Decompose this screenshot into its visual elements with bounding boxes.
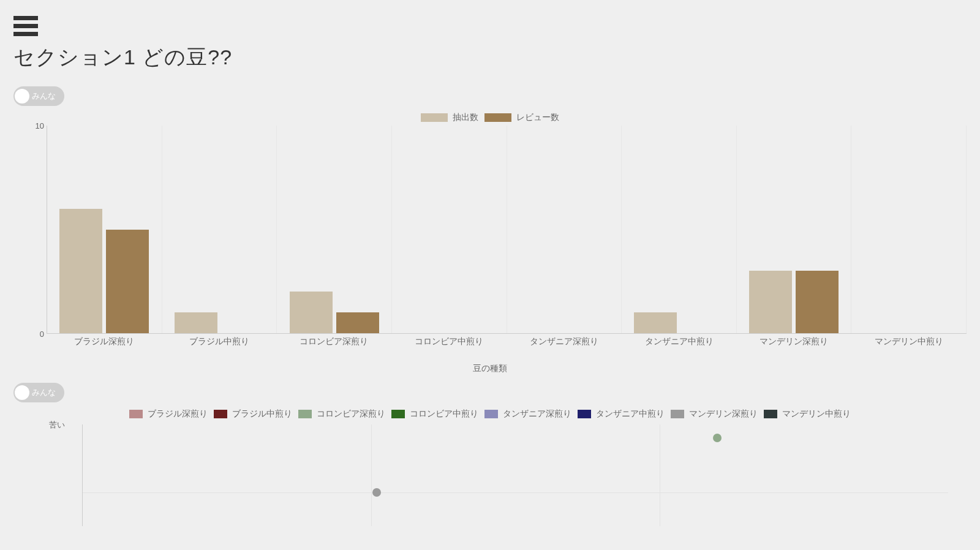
legend-swatch — [214, 410, 227, 418]
legend-label: ブラジル深煎り — [148, 409, 208, 420]
legend-label: コロンビア深煎り — [317, 409, 385, 420]
legend-label: タンザニア中煎り — [596, 409, 665, 420]
all-users-toggle-2[interactable]: みんな — [13, 383, 64, 402]
legend-label: タンザニア深煎り — [503, 409, 571, 420]
legend-item[interactable]: マンデリン深煎り — [671, 409, 758, 420]
scatter-point[interactable] — [372, 488, 381, 497]
legend-item[interactable]: レビュー数 — [484, 112, 559, 123]
legend-item[interactable]: コロンビア深煎り — [298, 409, 385, 420]
x-tick-label: ブラジル中煎り — [162, 334, 277, 347]
legend-item[interactable]: タンザニア深煎り — [484, 409, 571, 420]
x-tick-label: コロンビア深煎り — [277, 334, 392, 347]
legend-swatch — [129, 410, 143, 418]
x-tick-label: コロンビア中煎り — [391, 334, 507, 347]
toggle-label: みんな — [32, 387, 56, 398]
scatter-v-gridline — [660, 424, 660, 526]
legend-label: 抽出数 — [453, 112, 478, 123]
all-users-toggle-1[interactable]: みんな — [13, 86, 64, 106]
bar[interactable] — [290, 292, 333, 333]
toggle-label: みんな — [32, 91, 56, 102]
legend-label: マンデリン中煎り — [782, 409, 851, 420]
toggle-knob — [15, 385, 29, 400]
legend-item[interactable]: ブラジル深煎り — [129, 409, 208, 420]
x-tick-label: タンザニア深煎り — [507, 334, 622, 347]
bar[interactable] — [59, 209, 102, 333]
bar-category-column — [162, 126, 277, 333]
legend-swatch — [298, 410, 312, 418]
scatter-chart: 苦い — [62, 422, 948, 526]
legend-label: マンデリン深煎り — [689, 409, 758, 420]
legend-swatch — [391, 410, 405, 418]
bar-chart-plot-area — [47, 126, 967, 334]
bar[interactable] — [106, 230, 149, 334]
scatter-chart-plot-area — [82, 424, 948, 526]
x-tick-label: タンザニア中煎り — [622, 334, 737, 347]
legend-item[interactable]: マンデリン中煎り — [764, 409, 851, 420]
legend-item[interactable]: タンザニア中煎り — [578, 409, 665, 420]
legend-label: ブラジル中煎り — [232, 409, 292, 420]
bar-category-column — [851, 126, 967, 333]
bar-category-column — [277, 126, 392, 333]
legend-item[interactable]: コロンビア中煎り — [391, 409, 478, 420]
legend-swatch — [578, 410, 591, 418]
scatter-y-label-top: 苦い — [49, 420, 65, 431]
legend-label: レビュー数 — [516, 112, 559, 123]
x-tick-label: マンデリン中煎り — [851, 334, 967, 347]
legend-swatch — [421, 113, 448, 122]
legend-item[interactable]: 抽出数 — [421, 112, 478, 123]
bar-category-column — [507, 126, 622, 333]
bar-chart-x-axis-title: 豆の種類 — [13, 363, 967, 374]
hamburger-menu-icon[interactable] — [13, 16, 38, 36]
toggle-knob — [15, 89, 29, 104]
bar-category-column — [47, 126, 162, 333]
legend-swatch — [764, 410, 777, 418]
legend-swatch — [484, 113, 511, 122]
bar-chart-x-labels: ブラジル深煎りブラジル中煎りコロンビア深煎りコロンビア中煎りタンザニア深煎りタン… — [47, 334, 967, 347]
x-tick-label: マンデリン深煎り — [737, 334, 852, 347]
scatter-v-gridline — [371, 424, 372, 526]
bar[interactable] — [336, 312, 379, 333]
bar[interactable] — [175, 312, 217, 333]
y-tick-min: 0 — [40, 330, 44, 339]
bar[interactable] — [634, 312, 677, 333]
legend-swatch — [671, 410, 684, 418]
legend-label: コロンビア中煎り — [410, 409, 478, 420]
scatter-chart-legend: ブラジル深煎りブラジル中煎りコロンビア深煎りコロンビア中煎りタンザニア深煎りタン… — [13, 409, 967, 420]
bar-chart: 10 0 ブラジル深煎りブラジル中煎りコロンビア深煎りコロンビア中煎りタンザニア… — [32, 126, 967, 346]
bar[interactable] — [749, 271, 792, 333]
y-tick-max: 10 — [36, 121, 44, 130]
x-tick-label: ブラジル深煎り — [47, 334, 162, 347]
bar-chart-y-axis: 10 0 — [32, 126, 47, 334]
page-title: セクション1 どの豆?? — [13, 43, 967, 72]
bar-category-column — [622, 126, 737, 333]
bar-chart-legend: 抽出数レビュー数 — [13, 112, 967, 123]
scatter-point[interactable] — [713, 434, 722, 442]
legend-swatch — [484, 410, 498, 418]
bar-category-column — [737, 126, 852, 333]
bar-category-column — [392, 126, 507, 333]
legend-item[interactable]: ブラジル中煎り — [214, 409, 292, 420]
bar[interactable] — [796, 271, 839, 333]
scatter-h-gridline — [83, 492, 948, 493]
